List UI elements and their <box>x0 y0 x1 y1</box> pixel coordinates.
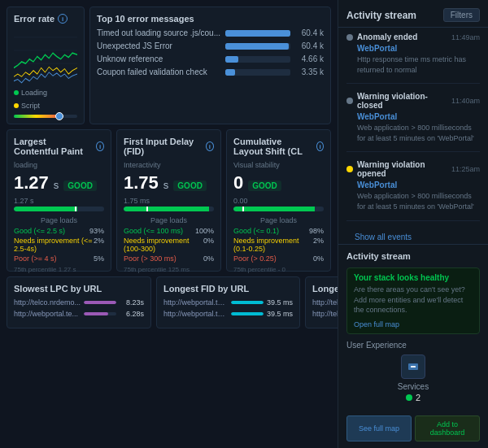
longest-fid-title: Longest FID by URL <box>163 284 293 294</box>
longest-fid-card: Longest FID by URL http://webportal.tel.… <box>156 276 300 328</box>
activity-events: Anomaly ended 11:49am WebPortal Http res… <box>338 28 488 244</box>
error-bar-3 <box>225 69 290 76</box>
fid-info-icon[interactable]: i <box>206 141 214 151</box>
error-bar-2 <box>225 56 290 63</box>
action-buttons: See full map Add to dashboard <box>338 415 488 448</box>
event-type-2: Warning violation opened <box>357 160 447 178</box>
left-panel: Error rate i <box>0 0 338 448</box>
services-dot <box>406 394 412 401</box>
legend-loading: Loading <box>14 89 47 97</box>
lcp-page-loads: Page loads <box>14 216 104 224</box>
cls-avg-bar: 0.00 <box>233 197 324 211</box>
fid-row-needs: Needs improvement (100-300) 0% <box>124 237 214 253</box>
fid-title: First Input Delay (FID) i <box>124 137 214 156</box>
lcp-row-poor: Poor (>= 4 s) 5% <box>14 254 104 263</box>
event-header-0: Anomaly ended 11:49am <box>346 33 480 41</box>
activity-header: Activity stream Filters <box>338 0 488 28</box>
fid-row-good: Good (<= 100 ms) 100% <box>124 227 214 235</box>
event-type-1: Warning violation-closed <box>357 92 447 110</box>
activity-stream-2: Activity stream Your stack looks healthy… <box>338 244 488 415</box>
event-app-0[interactable]: WebPortal <box>357 44 480 53</box>
cls-card: Cumulative Layout Shift (CL i Visual sta… <box>226 129 331 272</box>
fid-avg-label: 1.75 ms <box>124 197 214 205</box>
slowest-lpc-row-1[interactable]: http://webportal.te... 6.28s <box>14 310 144 318</box>
error-rate-label: Error rate <box>14 14 54 24</box>
error-rate-info-icon[interactable]: i <box>58 14 68 24</box>
cls-subtitle: Visual stability <box>233 161 324 169</box>
event-app-2[interactable]: WebPortal <box>357 181 480 189</box>
event-time-1: 11:40am <box>451 97 480 105</box>
event-header-1: Warning violation-closed 11:40am <box>346 92 480 110</box>
cls-value: 0 <box>233 172 243 194</box>
user-experience-section: User Experience Services 2 <box>346 341 480 402</box>
error-rate-slider[interactable] <box>14 115 77 118</box>
error-rate-chart <box>14 28 77 85</box>
error-rate-card: Error rate i <box>7 7 85 124</box>
longest-cls-row-0[interactable]: http://telco.nrdemo... 0.15 <box>312 298 338 307</box>
cls-info-icon[interactable]: i <box>316 141 324 151</box>
lcp-card: Largest Contentful Paint i loading 1.27 … <box>7 129 111 272</box>
fid-badge: GOOD <box>173 181 207 191</box>
event-type-0: Anomaly ended <box>357 33 447 41</box>
lcp-row-good: Good (<= 2.5 s) 93% <box>14 227 104 235</box>
event-app-1[interactable]: WebPortal <box>357 112 480 121</box>
service-icon <box>401 354 425 379</box>
fid-subtitle: Interactivity <box>124 161 214 169</box>
event-time-2: 11:25am <box>451 165 480 173</box>
error-bar-0 <box>225 30 290 37</box>
error-rate-title: Error rate i <box>14 14 77 24</box>
event-dot-0 <box>346 34 353 41</box>
chart-legend: Loading Script <box>14 89 77 110</box>
open-full-map-link[interactable]: Open full map <box>354 320 399 328</box>
longest-cls-row-1[interactable]: http://telco.nrdemo... 0.054 <box>312 310 338 318</box>
cls-badge: GOOD <box>248 181 281 191</box>
cls-row-needs: Needs improvement (0.1-0.25) 2% <box>233 237 324 253</box>
fid-row-poor: Poor (> 300 ms) 0% <box>124 254 214 263</box>
cls-value-row: 0 GOOD <box>233 172 324 194</box>
user-experience-label: User Experience <box>346 341 480 350</box>
fid-value-row: 1.75 s GOOD <box>124 172 214 194</box>
add-to-dashboard-button[interactable]: Add to dashboard <box>415 415 480 441</box>
event-desc-0: Http response time ms metric has returne… <box>357 54 480 75</box>
fid-perf-table: Good (<= 100 ms) 100% Needs improvement … <box>124 227 214 263</box>
show-all-events-link[interactable]: Show all events <box>346 229 480 245</box>
event-item-1: Warning violation-closed 11:40am WebPort… <box>346 92 480 152</box>
lcp-unit: s <box>54 179 59 191</box>
dashboard: Error rate i <box>0 0 488 448</box>
cls-row-good: Good (<= 0.1) 98% <box>233 227 324 235</box>
error-row-3: Coupon failed validation check 3.35 k <box>97 67 324 76</box>
lcp-value: 1.27 <box>14 172 49 194</box>
longest-fid-row-1[interactable]: http://webportal.tel... 39.5 ms <box>163 310 293 318</box>
lcp-info-icon[interactable]: i <box>96 141 104 151</box>
services-count: 2 <box>406 393 420 402</box>
cls-perf-table: Good (<= 0.1) 98% Needs improvement (0.1… <box>233 227 324 263</box>
top-errors-card: Top 10 error messages Timed out loading … <box>89 7 331 124</box>
metrics-row: Largest Contentful Paint i loading 1.27 … <box>7 129 331 272</box>
cls-title: Cumulative Layout Shift (CL i <box>233 137 324 156</box>
longest-cls-title: Longest CLS by URL <box>312 284 338 294</box>
fid-percentile: 75th percentile 125 ms <box>124 266 214 273</box>
slowest-lpc-card: Slowest LPC by URL http://telco.nrdemo..… <box>7 276 151 328</box>
lcp-perf-table: Good (<= 2.5 s) 93% Needs improvement (<… <box>14 227 104 263</box>
fid-value: 1.75 <box>124 172 159 194</box>
svg-rect-5 <box>411 366 416 368</box>
event-header-2: Warning violation opened 11:25am <box>346 160 480 178</box>
filters-button[interactable]: Filters <box>443 8 480 22</box>
stack-healthy-box: Your stack looks healthy Are there areas… <box>346 267 480 334</box>
error-bar-1 <box>225 43 290 50</box>
slowest-lpc-row-0[interactable]: http://telco.nrdemo... 8.23s <box>14 298 144 307</box>
services-label: Services <box>398 382 429 391</box>
stack-healthy-title: Your stack looks healthy <box>354 273 473 282</box>
event-item-0: Anomaly ended 11:49am WebPortal Http res… <box>346 33 480 84</box>
lcp-avg-label: 1.27 s <box>14 197 104 205</box>
event-time-0: 11:49am <box>451 33 480 41</box>
lcp-badge: GOOD <box>63 181 97 191</box>
error-row-2: Unknow reference 4.66 k <box>97 54 324 63</box>
longest-cls-card: Longest CLS by URL http://telco.nrdemo..… <box>305 276 338 328</box>
slowest-lpc-title: Slowest LPC by URL <box>14 284 144 294</box>
fid-page-loads: Page loads <box>124 216 214 224</box>
fid-unit: s <box>163 179 169 191</box>
legend-script: Script <box>14 102 40 110</box>
see-full-map-button[interactable]: See full map <box>346 415 412 441</box>
longest-fid-row-0[interactable]: http://webportal.tel... 39.5 ms <box>163 298 293 307</box>
